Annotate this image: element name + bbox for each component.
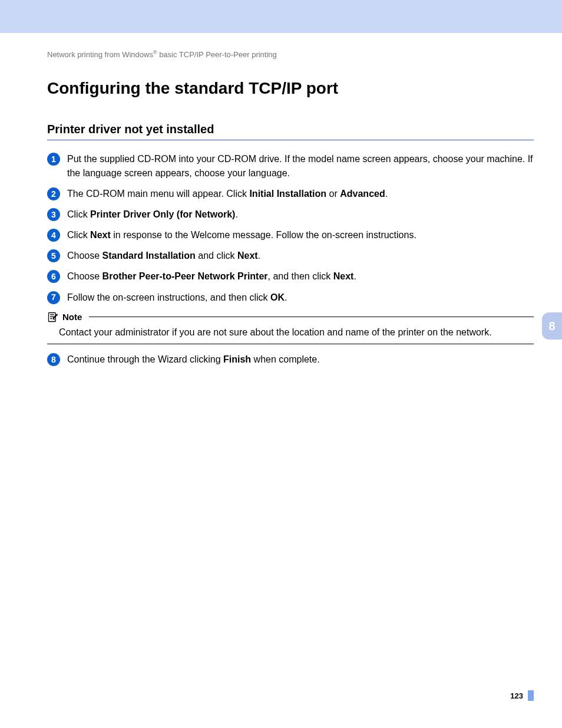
step-item: 4Click Next in response to the Welcome m… (47, 228, 534, 242)
step-badge: 3 (47, 208, 60, 221)
step-badge: 6 (47, 270, 60, 283)
step-badge: 8 (47, 353, 60, 366)
step-item: 7Follow the on-screen instructions, and … (47, 291, 534, 304)
breadcrumb: Network printing from Windows® basic TCP… (47, 50, 534, 59)
step-item: 1Put the supplied CD-ROM into your CD-RO… (47, 152, 534, 179)
step-item: 8Continue through the Wizard clicking Fi… (47, 353, 534, 366)
steps-list: 1Put the supplied CD-ROM into your CD-RO… (47, 152, 534, 304)
page-number-bar (528, 690, 534, 701)
breadcrumb-pre: Network printing from Windows (47, 50, 153, 59)
step-text: Click Next in response to the Welcome me… (67, 228, 534, 242)
steps-list-after: 8Continue through the Wizard clicking Fi… (47, 353, 534, 366)
step-badge: 5 (47, 249, 60, 262)
chapter-tab: 8 (542, 312, 562, 340)
note-icon (47, 311, 59, 323)
step-badge: 1 (47, 153, 60, 166)
step-text: Put the supplied CD-ROM into your CD-ROM… (67, 152, 534, 179)
step-text: Choose Standard Installation and click N… (67, 249, 534, 262)
top-band (0, 0, 562, 33)
step-item: 3Click Printer Driver Only (for Network)… (47, 207, 534, 221)
step-badge: 4 (47, 229, 60, 242)
note-rule (89, 317, 534, 317)
breadcrumb-sup: ® (153, 50, 157, 55)
note-label: Note (62, 312, 82, 322)
page-number-wrap: 123 (510, 690, 534, 701)
breadcrumb-post: basic TCP/IP Peer-to-Peer printing (157, 50, 277, 59)
step-text: The CD-ROM main menu will appear. Click … (67, 187, 534, 200)
note-header: Note (47, 311, 534, 323)
step-item: 6Choose Brother Peer-to-Peer Network Pri… (47, 269, 534, 283)
note-body: Contact your administrator if you are no… (47, 323, 534, 344)
step-badge: 2 (47, 187, 60, 200)
step-text: Follow the on-screen instructions, and t… (67, 291, 534, 304)
step-badge: 7 (47, 291, 60, 304)
step-text: Continue through the Wizard clicking Fin… (67, 353, 534, 366)
step-item: 5Choose Standard Installation and click … (47, 249, 534, 262)
step-text: Click Printer Driver Only (for Network). (67, 207, 534, 221)
page-body: Network printing from Windows® basic TCP… (0, 33, 562, 728)
section-subtitle: Printer driver not yet installed (47, 123, 534, 140)
step-item: 2The CD-ROM main menu will appear. Click… (47, 187, 534, 200)
page-number: 123 (510, 691, 523, 700)
note-block: Note Contact your administrator if you a… (47, 311, 534, 344)
page-title: Configuring the standard TCP/IP port (47, 79, 534, 98)
step-text: Choose Brother Peer-to-Peer Network Prin… (67, 269, 534, 283)
